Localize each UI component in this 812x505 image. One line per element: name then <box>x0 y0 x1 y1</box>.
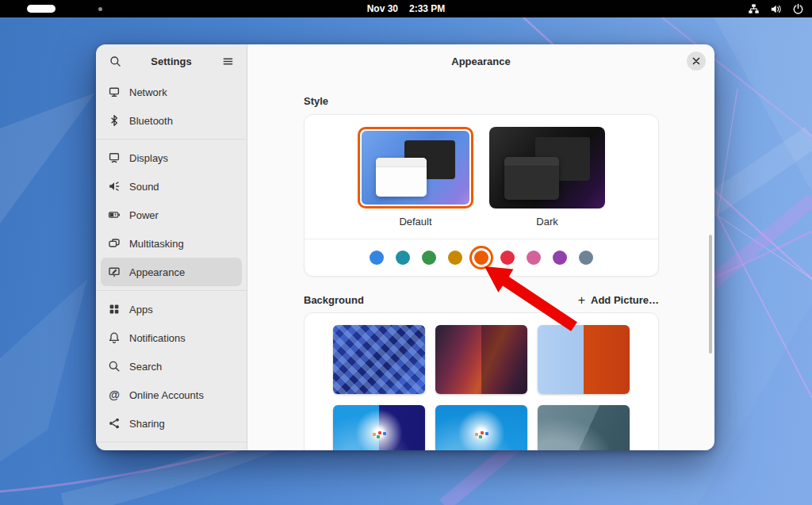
sidebar-item-multitasking[interactable]: Multitasking <box>101 229 242 258</box>
sidebar-item-label: Search <box>129 361 162 373</box>
accent-green[interactable] <box>422 251 436 265</box>
sidebar-item-label: Appearance <box>129 266 185 278</box>
background-header-row: Background + Add Picture… <box>304 294 659 306</box>
style-section-label: Style <box>304 95 659 107</box>
style-option-dark[interactable]: Dark <box>489 127 605 239</box>
sidebar-divider <box>96 139 247 140</box>
wallpaper-teal-abstract[interactable] <box>538 405 630 450</box>
wallpaper-island-day[interactable] <box>435 405 527 450</box>
style-default-selected-frame <box>358 127 473 209</box>
sidebar-item-online-accounts[interactable]: Online Accounts <box>101 381 242 409</box>
sidebar-item-network[interactable]: Network <box>101 78 242 106</box>
wallpaper-blue-orange-split[interactable] <box>538 325 630 394</box>
style-option-default[interactable]: Default <box>358 127 473 239</box>
sidebar-item-bluetooth[interactable]: Bluetooth <box>101 106 242 135</box>
close-icon <box>692 57 700 65</box>
sidebar-item-notifications[interactable]: Notifications <box>101 323 242 352</box>
sidebar-item-label: Apps <box>129 304 153 316</box>
bluetooth-icon <box>108 114 121 127</box>
accent-pink[interactable] <box>527 251 541 265</box>
sidebar-nav: Network Bluetooth Displays Sound Power <box>96 78 247 446</box>
panel-header: Appearance <box>247 44 714 78</box>
power-battery-icon <box>108 209 121 221</box>
sidebar-item-label: Sharing <box>129 418 165 430</box>
accent-color-row <box>304 239 658 276</box>
top-bar: Nov 30 2:33 PM <box>0 0 812 17</box>
sidebar-header: Settings <box>96 44 247 78</box>
sidebar-item-label: Power <box>129 209 159 221</box>
system-tray[interactable] <box>748 0 804 17</box>
accent-purple[interactable] <box>553 251 567 265</box>
network-icon <box>108 86 121 98</box>
accent-yellow[interactable] <box>448 251 462 265</box>
panel-title: Appearance <box>451 55 510 67</box>
sidebar-item-label: Sound <box>129 181 159 193</box>
sidebar-item-apps[interactable]: Apps <box>101 295 242 323</box>
background-card <box>304 312 659 450</box>
scrollbar[interactable] <box>709 235 712 354</box>
mini-window-front <box>504 157 559 200</box>
add-picture-label: Add Picture… <box>591 294 659 306</box>
sharing-icon <box>108 417 121 430</box>
sidebar-item-sharing[interactable]: Sharing <box>101 409 242 438</box>
notifications-bell-icon <box>108 331 121 344</box>
date-label: Nov 30 <box>367 3 398 14</box>
accent-orange-selected[interactable] <box>474 251 488 265</box>
sidebar-item-search[interactable]: Search <box>101 352 242 381</box>
sidebar-item-sound[interactable]: Sound <box>101 172 242 201</box>
accent-red[interactable] <box>500 251 515 265</box>
appearance-icon <box>108 266 121 278</box>
plus-icon: + <box>578 296 585 305</box>
displays-icon <box>108 151 121 164</box>
sidebar-item-power[interactable]: Power <box>101 201 242 229</box>
apps-grid-icon <box>108 303 121 316</box>
style-dark-preview <box>489 127 605 209</box>
sidebar-item-label: Bluetooth <box>129 115 173 127</box>
style-previews: Default Dark <box>304 115 658 239</box>
sidebar-divider <box>96 442 247 442</box>
window-title: Settings <box>124 55 219 67</box>
clock[interactable]: Nov 30 2:33 PM <box>0 0 812 17</box>
style-default-label: Default <box>358 216 473 228</box>
volume-icon <box>770 3 782 15</box>
add-picture-button[interactable]: + Add Picture… <box>578 294 659 306</box>
power-icon <box>792 3 804 15</box>
mini-window-front <box>376 158 427 196</box>
wallpaper-row <box>333 325 630 394</box>
sidebar-divider <box>96 290 247 291</box>
wallpaper-blue-triangles[interactable] <box>333 325 425 394</box>
appearance-panel: Appearance Style Default <box>247 44 714 450</box>
search-button[interactable] <box>106 52 124 70</box>
accent-slate[interactable] <box>579 251 593 265</box>
main-menu-button[interactable] <box>219 52 236 70</box>
style-card: Default Dark <box>304 114 659 277</box>
sidebar-item-appearance[interactable]: Appearance <box>101 258 242 286</box>
sidebar-item-label: Notifications <box>129 332 186 344</box>
panel-content: Style Default <box>247 78 714 450</box>
accent-teal[interactable] <box>396 251 410 265</box>
wallpaper-island-day-night[interactable] <box>333 405 425 450</box>
background-section-label: Background <box>304 294 364 306</box>
settings-sidebar: Settings Network Bluetooth Displays S <box>96 44 247 450</box>
style-dark-label: Dark <box>489 216 605 228</box>
close-button[interactable] <box>687 52 706 71</box>
search-icon <box>108 360 121 373</box>
time-label: 2:33 PM <box>409 3 445 14</box>
style-default-preview <box>362 131 469 205</box>
sound-icon <box>108 180 121 193</box>
wallpaper-row <box>333 405 630 450</box>
settings-window: Settings Network Bluetooth Displays S <box>96 44 714 450</box>
sidebar-item-label: Displays <box>129 152 168 164</box>
network-wired-icon <box>748 3 760 15</box>
sidebar-item-label: Network <box>129 86 167 98</box>
accent-blue[interactable] <box>370 251 384 265</box>
wallpaper-red-purple-waves[interactable] <box>435 325 527 394</box>
at-icon <box>108 388 121 401</box>
sidebar-item-label: Multitasking <box>129 238 184 250</box>
sidebar-item-label: Online Accounts <box>129 389 204 401</box>
sidebar-item-displays[interactable]: Displays <box>101 143 242 172</box>
multitasking-icon <box>108 237 121 250</box>
